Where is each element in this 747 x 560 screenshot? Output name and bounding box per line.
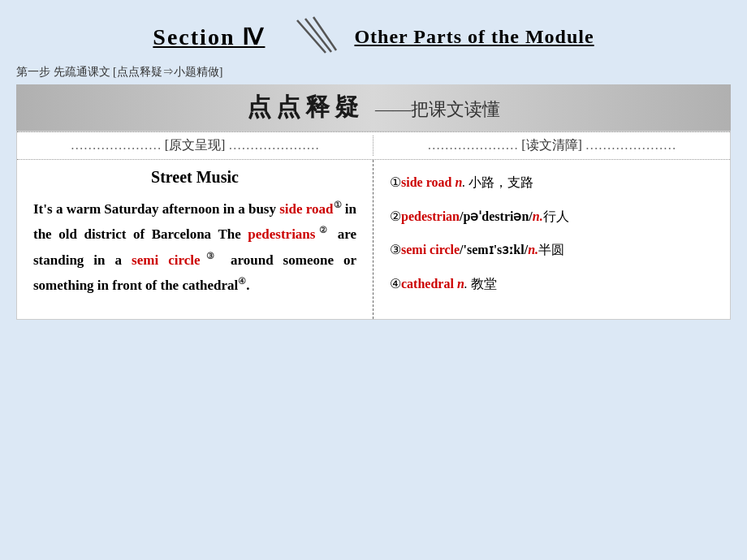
- vocab-num-3: ③: [390, 243, 401, 256]
- vocab-pos-1: n: [455, 175, 462, 189]
- diagonal-lines-icon: [281, 16, 338, 57]
- vocab-pos-2: n.: [533, 209, 543, 223]
- left-col-header: ………………… [原文呈现] …………………: [17, 136, 374, 156]
- text-period: .: [246, 278, 249, 293]
- left-bracket-right: …………………: [427, 138, 518, 152]
- left-column: Street Music It's a warm Saturday aftern…: [17, 160, 374, 319]
- vocab-term-4: cathedral: [401, 277, 457, 291]
- vocab-cn-2: 行人: [543, 209, 569, 223]
- vocab-num-2: ②: [390, 209, 401, 223]
- sup-1: ①: [334, 200, 342, 209]
- step-bar: 第一步 先疏通课文 [点点释疑⇒小题精做]: [16, 65, 731, 80]
- other-parts-title: Other Parts of the Module: [354, 26, 594, 48]
- vocab-cn-1: 小路，支路: [465, 175, 533, 189]
- vocab-num-4: ④: [390, 277, 401, 291]
- vocab-cn-4: 教堂: [468, 277, 497, 291]
- vocab-term-2: pedestrian: [401, 209, 460, 223]
- banner-main-text: 点点释疑: [247, 93, 364, 120]
- vocab-item-2: ②pedestrian/pəˈdestriən/n.行人: [390, 206, 714, 227]
- term-semi-circle: semi circle: [132, 252, 200, 268]
- article-body: It's a warm Saturday afternoon in a busy…: [33, 196, 356, 299]
- left-bracket: …………………: [71, 138, 162, 152]
- right-bracket-right: …………………: [585, 138, 676, 152]
- vocab-term-3: semi circle: [401, 243, 460, 256]
- columns-body: Street Music It's a warm Saturday aftern…: [17, 160, 730, 319]
- vocab-item-3: ③semi circle/'semɪ'sɜːkl/n.半圆: [390, 239, 714, 261]
- vocab-pos-3: n.: [528, 243, 538, 256]
- sup-4: ④: [238, 277, 246, 286]
- left-header-text: [原文呈现]: [165, 138, 226, 152]
- sup-3: ③: [200, 251, 221, 261]
- vocab-term-1: side road: [401, 175, 455, 189]
- vocab-item-4: ④cathedral n. 教堂: [390, 274, 714, 295]
- banner: 点点释疑 ——把课文读懂: [16, 84, 731, 131]
- right-header-text: [读文清障]: [521, 138, 582, 152]
- section-title: Section Ⅳ: [153, 24, 265, 50]
- right-col-header: ………………… [读文清障] …………………: [374, 136, 730, 156]
- vocab-cn-3: 半圆: [538, 243, 564, 256]
- page-container: Section Ⅳ Other Parts of the Module 第一步 …: [0, 0, 747, 560]
- article-title: Street Music: [33, 168, 356, 187]
- header: Section Ⅳ Other Parts of the Module: [16, 16, 731, 57]
- vocab-item-1: ①side road n. 小路，支路: [390, 172, 714, 193]
- vocab-num-1: ①: [390, 175, 401, 189]
- content-wrapper: ………………… [原文呈现] ………………… ………………… [读文清障] ………: [16, 131, 731, 320]
- right-bracket-left: …………………: [228, 138, 319, 152]
- sup-2: ②: [315, 226, 330, 235]
- vocab-phonetic-2: /pəˈdestriən/: [460, 209, 533, 223]
- text-apostrophe: 's a warm Saturday afternoon in a busy: [43, 201, 279, 217]
- term-side-road: side road: [279, 201, 333, 217]
- text-it: It: [33, 201, 43, 217]
- vocab-phonetic-3: /'semɪ'sɜːkl/: [460, 243, 528, 256]
- columns-header: ………………… [原文呈现] ………………… ………………… [读文清障] ………: [17, 132, 730, 160]
- vocab-pos-4: n: [457, 277, 464, 291]
- term-pedestrians: pedestrians: [248, 226, 315, 242]
- right-column: ①side road n. 小路，支路 ②pedestrian/pəˈdestr…: [374, 160, 730, 319]
- banner-subtitle: ——把课文读懂: [375, 99, 500, 119]
